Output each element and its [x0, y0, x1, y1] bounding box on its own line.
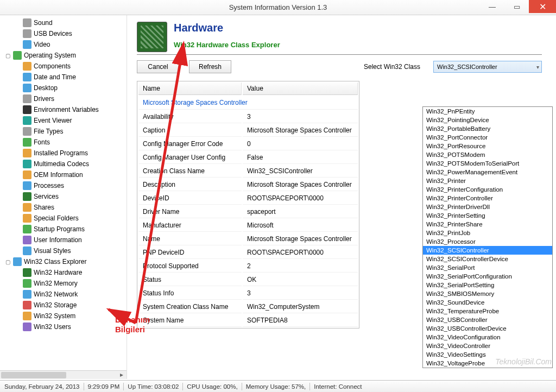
cell-name: Driver Name: [138, 206, 242, 218]
dropdown-item[interactable]: Win32_SerialPort: [423, 263, 552, 272]
tree-item[interactable]: Win32 Memory: [4, 278, 127, 289]
table-row[interactable]: Status Info3: [138, 287, 358, 300]
tree-item[interactable]: Drivers: [4, 93, 127, 104]
dropdown-item[interactable]: Win32_SMBIOSMemory: [423, 289, 552, 298]
collapse-icon[interactable]: ▢: [4, 259, 11, 265]
win32-class-select[interactable]: Win32_SCSIController ▾: [433, 61, 542, 73]
table-row[interactable]: ManufacturerMicrosoft: [138, 219, 358, 232]
dropdown-item[interactable]: Win32_POTSModem: [423, 150, 552, 159]
cell-value: 3: [243, 287, 358, 300]
dropdown-item[interactable]: Win32_PnPEntity: [423, 107, 552, 116]
cell-value: ROOT\SPACEPORT\0000: [243, 246, 358, 259]
refresh-button[interactable]: Refresh: [189, 60, 231, 73]
tree-item[interactable]: Special Folders: [4, 213, 127, 224]
tree-item[interactable]: User Information: [4, 235, 127, 245]
tree-label: Multimedia Codecs: [34, 160, 89, 168]
win32-class-dropdown[interactable]: Win32_PnPEntityWin32_PointingDeviceWin32…: [422, 106, 553, 368]
dropdown-item[interactable]: Win32_POTSModemToSerialPort: [423, 159, 552, 168]
dropdown-item[interactable]: Win32_SoundDevice: [423, 298, 552, 307]
tree-label: Event Viewer: [34, 117, 72, 124]
cell-value: Microsoft Storage Spaces Controller: [243, 179, 358, 191]
tree-item[interactable]: USB Devices: [4, 28, 127, 39]
tree-node-win32[interactable]: ▢ Win32 Class Explorer: [4, 256, 127, 267]
tree-item[interactable]: Event Viewer: [4, 115, 127, 126]
sidebar-h-scroll[interactable]: ▸: [0, 370, 127, 379]
tree-node-os[interactable]: ▢ Operating System: [4, 50, 127, 61]
dropdown-item[interactable]: Win32_PrinterConfiguration: [423, 185, 552, 194]
tree-item[interactable]: Win32 Network: [4, 289, 127, 300]
status-time: 9:29:09 PM: [88, 383, 120, 390]
close-button[interactable]: ✕: [529, 0, 556, 13]
tree-item[interactable]: Sound: [4, 17, 127, 28]
cancel-button[interactable]: Cancel: [137, 60, 179, 73]
dropdown-item[interactable]: Win32_PointingDevice: [423, 116, 552, 124]
dropdown-item[interactable]: Win32_TemperatureProbe: [423, 307, 552, 315]
table-row[interactable]: Config Manager User ConfigFalse: [138, 151, 358, 164]
dropdown-item[interactable]: Win32_SCSIControllerDevice: [423, 255, 552, 263]
dropdown-item[interactable]: Win32_Printer: [423, 176, 552, 185]
table-row[interactable]: CaptionMicrosoft Storage Spaces Controll…: [138, 124, 358, 137]
dropdown-item[interactable]: Win32_PrinterController: [423, 194, 552, 203]
table-row[interactable]: Config Manager Error Code0: [138, 138, 358, 150]
watermark: TeknolojiBil.Com: [495, 357, 552, 366]
dropdown-item[interactable]: Win32_VideoConfiguration: [423, 333, 552, 342]
table-row[interactable]: Availability3: [138, 111, 358, 123]
minimize-button[interactable]: —: [480, 0, 504, 13]
table-row[interactable]: NameMicrosoft Storage Spaces Controller: [138, 233, 358, 245]
table-row[interactable]: StatusOK: [138, 274, 358, 286]
tree-item[interactable]: Video: [4, 39, 127, 50]
item-icon: [23, 105, 31, 114]
tree-label: Components: [34, 62, 71, 70]
dropdown-item[interactable]: Win32_Processor: [423, 237, 552, 246]
dropdown-item[interactable]: Win32_PrinterDriverDll: [423, 203, 552, 211]
col-name[interactable]: Name: [138, 83, 242, 95]
dropdown-item[interactable]: Win32_PrinterShare: [423, 220, 552, 229]
sidebar-tree[interactable]: SoundUSB DevicesVideo ▢ Operating System…: [0, 15, 127, 379]
dropdown-item[interactable]: Win32_SerialPortSetting: [423, 281, 552, 289]
tree-item[interactable]: Fonts: [4, 137, 127, 148]
cell-name: Manufacturer: [138, 219, 242, 232]
dropdown-item[interactable]: Win32_PortResource: [423, 142, 552, 150]
table-row[interactable]: Protocol Supported2: [138, 260, 358, 273]
tree-item[interactable]: Multimedia Codecs: [4, 159, 127, 169]
tree-item[interactable]: Shares: [4, 202, 127, 213]
tree-item[interactable]: Components: [4, 61, 127, 72]
tree-item[interactable]: Win32 System: [4, 311, 127, 321]
dropdown-item[interactable]: Win32_USBController: [423, 315, 552, 324]
maximize-button[interactable]: ▭: [504, 0, 529, 13]
tree-item[interactable]: Desktop: [4, 83, 127, 93]
dropdown-item[interactable]: Win32_PowerManagementEvent: [423, 168, 552, 176]
tree-item[interactable]: Environment Variables: [4, 104, 127, 115]
table-row[interactable]: DeviceIDROOT\SPACEPORT\0000: [138, 192, 358, 205]
tree-item[interactable]: Installed Programs: [4, 148, 127, 159]
table-row[interactable]: PNP DeviceIDROOT\SPACEPORT\0000: [138, 246, 358, 259]
tree-item[interactable]: Processes: [4, 180, 127, 191]
tree-item[interactable]: Startup Programs: [4, 224, 127, 235]
dropdown-item[interactable]: Win32_PortableBattery: [423, 124, 552, 133]
table-row[interactable]: DescriptionMicrosoft Storage Spaces Cont…: [138, 179, 358, 191]
dropdown-item[interactable]: Win32_PortConnector: [423, 133, 552, 142]
tree-item[interactable]: OEM Information: [4, 169, 127, 180]
collapse-icon[interactable]: ▢: [4, 53, 11, 59]
tree-item[interactable]: File Types: [4, 126, 127, 137]
table-row[interactable]: Creation Class NameWin32_SCSIController: [138, 165, 358, 178]
scroll-right-icon[interactable]: ▸: [118, 371, 125, 378]
tree-item[interactable]: Services: [4, 191, 127, 202]
dropdown-item[interactable]: Win32_PrintJob: [423, 229, 552, 237]
cell-value: OK: [243, 274, 358, 286]
dropdown-item[interactable]: Win32_PrinterSetting: [423, 211, 552, 220]
tree-item[interactable]: Win32 Users: [4, 321, 127, 332]
tree-item[interactable]: Visual Styles: [4, 245, 127, 256]
table-row[interactable]: System NameSOFTPEDIA8: [138, 314, 358, 327]
dropdown-item[interactable]: Win32_SerialPortConfiguration: [423, 272, 552, 281]
tree-item[interactable]: Win32 Hardware: [4, 267, 127, 278]
scroll-thumb[interactable]: [1, 372, 66, 378]
col-value[interactable]: Value: [243, 83, 358, 95]
dropdown-item[interactable]: Win32_USBControllerDevice: [423, 324, 552, 333]
table-row[interactable]: Driver Namespaceport: [138, 206, 358, 218]
tree-item[interactable]: Win32 Storage: [4, 300, 127, 311]
tree-item[interactable]: Date and Time: [4, 72, 127, 83]
dropdown-item[interactable]: Win32_SCSIController: [423, 246, 552, 255]
dropdown-item[interactable]: Win32_VideoController: [423, 342, 552, 350]
table-row[interactable]: System Creation Class NameWin32_Computer…: [138, 301, 358, 313]
